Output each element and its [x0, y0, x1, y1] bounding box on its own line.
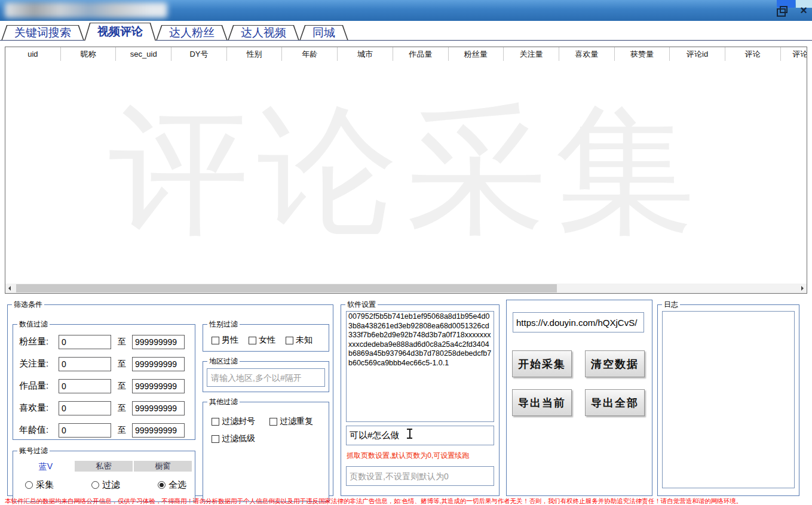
follow-count-label: 关注量: — [19, 358, 59, 369]
fans-count-filter-row: 粉丝量: 至 — [19, 331, 195, 353]
column-header-city[interactable]: 城市 — [338, 47, 393, 61]
checkbox-icon[interactable] — [212, 337, 219, 344]
fans-min-input[interactable] — [59, 335, 111, 349]
age-min-input[interactable] — [59, 423, 111, 438]
fans-count-label: 粉丝量: — [19, 336, 59, 347]
range-to-label: 至 — [118, 403, 126, 414]
start-collect-button[interactable]: 开始采集 — [512, 350, 572, 377]
radio-label: 全选 — [168, 479, 186, 491]
checkbox-icon[interactable] — [212, 435, 219, 443]
radio-icon[interactable] — [25, 481, 33, 489]
private-button[interactable]: 私密 — [75, 461, 133, 472]
column-header-age[interactable]: 年龄 — [282, 47, 338, 61]
titlebar: × — [0, 0, 812, 21]
column-header-uid[interactable]: uid — [5, 47, 61, 61]
account-filter-group: 账号过滤 蓝V 私密 橱窗 采集 过滤 — [13, 446, 195, 502]
column-header-nickname[interactable]: 昵称 — [61, 47, 117, 61]
filter-conditions-legend: 筛选条件 — [12, 300, 44, 310]
region-input[interactable] — [207, 368, 325, 387]
checkbox-male[interactable]: 男性 — [212, 335, 238, 346]
likes-max-input[interactable] — [132, 401, 185, 415]
column-header-likes-count[interactable]: 喜欢量 — [559, 47, 615, 61]
scroll-left-arrow-icon[interactable] — [8, 286, 11, 291]
clear-data-button[interactable]: 清空数据 — [585, 350, 645, 377]
blue-v-label: 蓝V — [17, 461, 75, 472]
region-filter-group: 地区过滤 — [203, 356, 329, 392]
url-input[interactable] — [513, 312, 644, 332]
likes-min-input[interactable] — [59, 401, 111, 415]
works-count-filter-row: 作品量: 至 — [19, 375, 195, 397]
pages-input[interactable] — [346, 466, 494, 486]
table-header-row: uid 昵称 sec_uid DY号 性别 年龄 城市 作品量 粉丝量 关注量 … — [5, 47, 807, 61]
column-header-comment-id[interactable]: 评论id — [670, 47, 725, 61]
checkbox-filter-duplicate[interactable]: 过滤重复 — [269, 416, 313, 427]
column-header-comment-time[interactable]: 评论时间 — [781, 47, 807, 61]
gender-filter-legend: 性别过滤 — [207, 319, 240, 330]
account-filter-legend: 账号过滤 — [17, 446, 50, 456]
works-count-label: 作品量: — [19, 380, 59, 392]
range-to-label: 至 — [118, 425, 126, 436]
checkbox-filter-lowlevel[interactable]: 过滤低级 — [212, 433, 255, 444]
age-max-input[interactable] — [132, 423, 185, 438]
likes-count-label: 喜欢量: — [19, 402, 59, 414]
follow-min-input[interactable] — [59, 357, 111, 371]
checkbox-icon[interactable] — [212, 418, 219, 426]
horizontal-scrollbar[interactable] — [5, 284, 807, 293]
checkbox-unknown[interactable]: 未知 — [286, 335, 312, 346]
follow-max-input[interactable] — [132, 357, 185, 371]
tab-influencer-videos[interactable]: 达人视频 — [228, 25, 299, 41]
restore-window-icon[interactable] — [777, 8, 786, 17]
log-box[interactable] — [662, 311, 795, 488]
checkbox-icon[interactable] — [269, 418, 277, 426]
column-header-follow-count[interactable]: 关注量 — [504, 47, 559, 61]
token-textarea[interactable]: 007952f5b5b741eb1ef95068a8d1b95e4d03b8a4… — [346, 311, 494, 422]
age-value-filter-row: 年龄值: 至 — [19, 419, 195, 441]
checkbox-label: 未知 — [296, 335, 312, 346]
watermark: 评论采集 — [109, 102, 704, 242]
tab-keyword-search[interactable]: 关键词搜索 — [1, 25, 84, 41]
numeric-filter-group: 数值过滤 粉丝量: 至 关注量: 至 作品量: 至 — [13, 319, 195, 440]
checkbox-label: 过滤封号 — [222, 416, 255, 427]
column-header-fans-count[interactable]: 粉丝量 — [449, 47, 504, 61]
radio-collect[interactable]: 采集 — [17, 479, 83, 491]
checkbox-label: 过滤重复 — [280, 416, 313, 427]
works-max-input[interactable] — [132, 379, 185, 393]
range-to-label: 至 — [118, 381, 126, 392]
export-current-button[interactable]: 导出当前 — [512, 389, 572, 416]
actions-panel: 开始采集 清空数据 导出当前 导出全部 — [506, 300, 652, 496]
column-header-sec-uid[interactable]: sec_uid — [116, 47, 171, 61]
showcase-button[interactable]: 橱窗 — [134, 461, 192, 472]
likes-count-filter-row: 喜欢量: 至 — [19, 397, 195, 419]
checkbox-filter-banned[interactable]: 过滤封号 — [212, 416, 255, 427]
window-title-redacted — [5, 2, 167, 18]
column-header-dy-id[interactable]: DY号 — [171, 47, 227, 61]
region-filter-legend: 地区过滤 — [207, 356, 240, 367]
checkbox-female[interactable]: 女性 — [249, 335, 275, 346]
filter-conditions-group: 筛选条件 数值过滤 粉丝量: 至 关注量: 至 作品量: — [7, 300, 333, 496]
radio-icon[interactable] — [91, 481, 99, 489]
range-to-label: 至 — [118, 359, 126, 369]
scroll-right-arrow-icon[interactable] — [801, 286, 804, 291]
range-to-label: 至 — [118, 337, 126, 347]
close-icon[interactable]: × — [800, 4, 807, 16]
checkbox-icon[interactable] — [249, 337, 256, 344]
fans-max-input[interactable] — [132, 335, 185, 349]
works-min-input[interactable] — [59, 379, 111, 393]
export-all-button[interactable]: 导出全部 — [585, 389, 645, 416]
column-header-works-count[interactable]: 作品量 — [393, 47, 449, 61]
radio-filter[interactable]: 过滤 — [83, 479, 149, 491]
age-value-label: 年龄值: — [19, 424, 59, 436]
column-header-comment[interactable]: 评论 — [725, 47, 781, 61]
radio-checked-icon[interactable] — [158, 481, 166, 489]
column-header-praise-count[interactable]: 获赞量 — [615, 47, 670, 61]
tab-video-comments[interactable]: 视频评论 — [84, 23, 156, 41]
app-window: × 关键词搜索 视频评论 达人粉丝 达人视频 同城 uid 昵称 sec_uid… — [0, 0, 812, 505]
tab-same-city[interactable]: 同城 — [299, 25, 348, 41]
tab-influencer-fans[interactable]: 达人粉丝 — [156, 25, 228, 41]
scrollbar-thumb[interactable] — [16, 284, 557, 292]
log-legend: 日志 — [662, 300, 680, 310]
checkbox-icon[interactable] — [286, 337, 293, 344]
column-header-gender[interactable]: 性别 — [227, 47, 283, 61]
checkbox-label: 过滤低级 — [222, 433, 255, 444]
keyword-input[interactable] — [346, 426, 494, 445]
